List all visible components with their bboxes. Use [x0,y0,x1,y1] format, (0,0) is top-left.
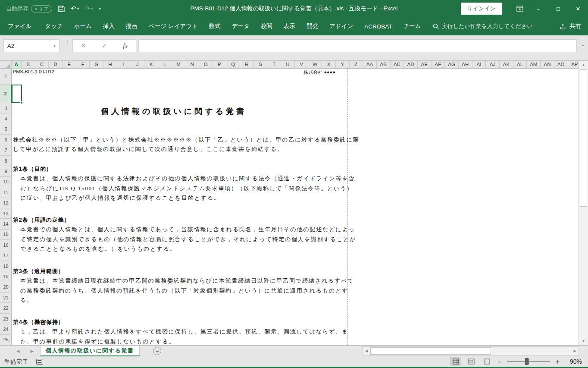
select-all-button[interactable] [0,61,12,69]
column-header-J[interactable]: J [131,61,145,69]
column-header-D[interactable]: D [49,61,63,69]
column-header-AN[interactable]: AN [541,61,554,69]
undo-dropdown-icon[interactable]: ▾ [77,7,79,11]
row-header-17[interactable]: 17 [0,250,12,261]
column-header-P[interactable]: P [213,61,227,69]
scroll-down-icon[interactable]: ▼ [579,337,588,345]
ribbon-tab-3[interactable]: ホーム [69,17,97,35]
column-header-N[interactable]: N [185,61,199,69]
row-header-8[interactable]: 8 [0,156,12,166]
zoom-out-button[interactable]: − [497,358,503,365]
row-header-18[interactable]: 18 [0,261,12,271]
scroll-up-icon[interactable]: ▲ [579,61,588,69]
close-button[interactable]: ✕ [568,0,588,17]
row-header-6[interactable]: 6 [0,135,12,145]
view-page-break-button[interactable] [481,357,492,366]
column-header-E[interactable]: E [63,61,76,69]
ribbon-tab-1[interactable]: ファイル [0,17,39,35]
selected-cell-outline[interactable] [12,85,22,103]
column-header-AL[interactable]: AL [513,61,527,69]
row-header-16[interactable]: 16 [0,240,12,250]
ribbon-tab-12[interactable]: アドイン [324,17,359,35]
row-header-19[interactable]: 19 [0,271,12,282]
macro-record-icon[interactable] [36,359,43,365]
undo-button[interactable]: ↶▾ [71,5,79,13]
ribbon-tab-2[interactable]: タッチ [39,17,68,35]
column-header-H[interactable]: H [103,61,117,69]
column-header-M[interactable]: M [172,61,186,69]
sheet-tab-active[interactable]: 個人情報の取扱いに関する覚書 [40,346,140,356]
horizontal-scrollbar-thumb[interactable] [370,347,491,355]
row-header-20[interactable]: 20 [0,282,12,293]
formula-bar-expand-icon[interactable]: ⌄ [579,41,587,47]
row-header-13[interactable]: 13 [0,208,12,219]
column-header-F[interactable]: F [76,61,90,69]
zoom-slider-thumb[interactable] [525,358,529,365]
column-header-Q[interactable]: Q [226,61,240,69]
column-header-B[interactable]: B [22,61,35,69]
row-header-11[interactable]: 11 [0,187,12,198]
row-header-23[interactable]: 23 [0,314,12,324]
add-sheet-button[interactable]: ＋ [153,347,161,355]
row-header-9[interactable]: 9 [0,166,12,176]
column-header-AF[interactable]: AF [432,61,445,69]
ribbon-tab-7[interactable]: 数式 [203,17,226,35]
column-header-V[interactable]: V [295,61,309,69]
column-header-C[interactable]: C [35,61,49,69]
fill-handle[interactable] [20,101,23,104]
column-header-AD[interactable]: AD [404,61,418,69]
column-header-G[interactable]: G [90,61,103,69]
insert-function-icon[interactable]: fx [115,42,136,50]
column-header-AP[interactable]: AP [568,61,579,69]
vertical-scrollbar[interactable]: ▲ ▼ [579,61,588,345]
row-header-4[interactable]: 4 [0,113,12,124]
row-header-3[interactable]: 3 [0,103,12,113]
zoom-in-button[interactable]: ＋ [554,358,560,366]
scroll-right-icon[interactable]: ▶ [571,347,579,355]
sign-in-button[interactable]: サインイン [461,3,502,15]
ribbon-tab-9[interactable]: 校閲 [255,17,278,35]
customize-qat-button[interactable]: ▾ [99,7,101,11]
row-header-12[interactable]: 12 [0,198,12,208]
sheet-canvas[interactable]: PMS-B01-1.00-D12 株式会社 ●●●● 個人情報の取扱いに関する覚… [12,69,579,345]
view-page-layout-button[interactable] [466,357,477,366]
column-header-AB[interactable]: AB [377,61,391,69]
tell-me-search[interactable]: 実行したい作業を入力してください [433,22,533,30]
column-header-AA[interactable]: AA [363,61,377,69]
ribbon-display-options-button[interactable] [511,0,529,17]
ribbon-tab-13[interactable]: ACROBAT [359,17,397,35]
column-header-AE[interactable]: AE [418,61,432,69]
column-header-AG[interactable]: AG [445,61,459,69]
column-header-A[interactable]: A [12,61,22,69]
column-header-T[interactable]: T [267,61,281,69]
column-header-Y[interactable]: Y [336,61,350,69]
row-header-24[interactable]: 24 [0,324,12,334]
prev-sheet-icon[interactable]: ◀ [12,346,24,356]
row-header-15[interactable]: 15 [0,230,12,240]
column-header-W[interactable]: W [308,61,322,69]
row-header-22[interactable]: 22 [0,303,12,313]
column-header-AC[interactable]: AC [391,61,404,69]
row-header-14[interactable]: 14 [0,219,12,229]
row-header-7[interactable]: 7 [0,145,12,156]
name-box-dropdown-icon[interactable]: ▾ [50,40,59,52]
formula-bar-resize-handle[interactable]: ⋮ [65,41,69,44]
row-header-5[interactable]: 5 [0,124,12,135]
next-sheet-icon[interactable]: ▶ [26,346,38,356]
column-header-AI[interactable]: AI [472,61,486,69]
row-header-1[interactable]: 1 [0,69,12,85]
formula-input[interactable] [138,39,577,52]
column-header-I[interactable]: I [117,61,131,69]
column-header-U[interactable]: U [281,61,295,69]
column-header-R[interactable]: R [240,61,254,69]
vertical-scrollbar-thumb[interactable] [580,69,587,207]
column-header-AK[interactable]: AK [500,61,513,69]
worksheet-grid[interactable]: 1234567891011121314151617181920212223242… [0,69,579,345]
save-button[interactable] [58,6,65,12]
column-header-S[interactable]: S [254,61,268,69]
maximize-button[interactable]: □ [548,0,568,17]
ribbon-tab-11[interactable]: 開発 [301,17,324,35]
redo-dropdown-icon[interactable]: ▾ [91,7,93,11]
row-header-10[interactable]: 10 [0,177,12,187]
row-header-21[interactable]: 21 [0,293,12,303]
